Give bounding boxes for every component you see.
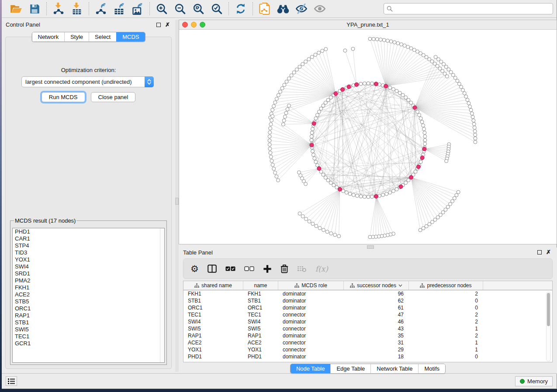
refresh-layout-button[interactable]: [234, 2, 247, 15]
network-leaf-node[interactable]: [469, 108, 473, 112]
network-node[interactable]: [388, 86, 392, 89]
mcds-hub-node[interactable]: [409, 175, 413, 179]
network-node[interactable]: [423, 138, 427, 142]
deselect-all-rows-button[interactable]: [244, 263, 254, 275]
network-node[interactable]: [345, 191, 348, 194]
network-node[interactable]: [310, 131, 314, 134]
network-node[interactable]: [313, 157, 316, 160]
network-node[interactable]: [332, 183, 336, 187]
network-node[interactable]: [319, 107, 323, 110]
mcds-hub-node[interactable]: [310, 143, 314, 147]
network-node[interactable]: [359, 195, 363, 198]
export-image-button[interactable]: [131, 2, 144, 15]
list-scrollbar-track[interactable]: [160, 228, 164, 362]
network-node[interactable]: [404, 96, 408, 99]
column-visibility-button[interactable]: [208, 263, 217, 275]
zoom-selected-button[interactable]: [210, 2, 223, 15]
network-leaf-node[interactable]: [406, 45, 410, 48]
tab-select[interactable]: Select: [89, 32, 116, 41]
mcds-result-item[interactable]: STP4: [13, 242, 164, 249]
network-leaf-node[interactable]: [297, 171, 301, 174]
network-leaf-node[interactable]: [281, 123, 285, 126]
zoom-fit-button[interactable]: [192, 2, 205, 15]
network-leaf-node[interactable]: [286, 107, 289, 111]
network-leaf-node[interactable]: [393, 41, 396, 44]
open-file-button[interactable]: [10, 2, 23, 15]
network-leaf-node[interactable]: [301, 62, 304, 66]
network-node[interactable]: [310, 138, 313, 142]
float-panel-icon[interactable]: [156, 23, 161, 27]
network-leaf-node[interactable]: [343, 49, 347, 52]
criterion-dropdown[interactable]: largest connected component (undirected): [21, 76, 154, 87]
tab-mcds[interactable]: MCDS: [116, 32, 145, 41]
network-leaf-node[interactable]: [445, 159, 448, 163]
mcds-hub-node[interactable]: [420, 156, 424, 160]
mcds-result-item[interactable]: GCR1: [13, 340, 164, 347]
table-row[interactable]: PHD1PHD1dominator180: [183, 353, 552, 360]
network-node[interactable]: [395, 89, 398, 93]
mcds-hub-node[interactable]: [422, 147, 426, 151]
network-leaf-node[interactable]: [422, 227, 425, 230]
network-leaf-node[interactable]: [400, 43, 403, 46]
network-leaf-node[interactable]: [275, 175, 278, 178]
network-node[interactable]: [388, 191, 392, 194]
network-node[interactable]: [359, 82, 363, 86]
network-node[interactable]: [381, 193, 385, 197]
network-leaf-node[interactable]: [470, 112, 474, 115]
export-table-button[interactable]: [113, 2, 126, 15]
mcds-result-item[interactable]: ACE2: [13, 291, 164, 298]
mcds-result-item[interactable]: ORC1: [13, 305, 164, 312]
network-leaf-node[interactable]: [382, 38, 386, 42]
network-leaf-node[interactable]: [304, 217, 308, 221]
mcds-hub-node[interactable]: [338, 187, 342, 191]
network-leaf-node[interactable]: [285, 80, 288, 83]
network-node[interactable]: [311, 149, 314, 153]
mcds-result-item[interactable]: SWI5: [13, 326, 164, 333]
network-leaf-node[interactable]: [466, 98, 469, 102]
network-leaf-node[interactable]: [425, 224, 428, 228]
delete-column-button[interactable]: [280, 263, 288, 275]
network-node[interactable]: [363, 82, 366, 85]
table-row[interactable]: ORC1ORC1dominator610: [183, 304, 552, 311]
network-node[interactable]: [310, 134, 313, 138]
network-leaf-node[interactable]: [271, 163, 274, 167]
network-node[interactable]: [317, 110, 321, 113]
mcds-hub-node[interactable]: [374, 194, 378, 198]
network-node[interactable]: [385, 192, 388, 196]
network-node[interactable]: [322, 104, 325, 107]
network-node[interactable]: [391, 189, 395, 193]
network-leaf-node[interactable]: [270, 159, 273, 162]
network-leaf-node[interactable]: [269, 151, 272, 155]
table-settings-button[interactable]: ⚙: [190, 263, 199, 275]
network-leaf-node[interactable]: [460, 85, 463, 89]
network-node[interactable]: [329, 181, 332, 185]
table-row[interactable]: RAP1RAP1dominator352: [183, 332, 552, 339]
network-node[interactable]: [391, 87, 395, 91]
mcds-result-item[interactable]: FKH1: [13, 284, 164, 291]
mcds-hub-node[interactable]: [347, 85, 351, 89]
mcds-result-item[interactable]: TEC1: [13, 333, 164, 340]
vertical-splitter[interactable]: [175, 20, 179, 372]
network-leaf-node[interactable]: [467, 101, 471, 105]
float-table-panel-icon[interactable]: [537, 250, 542, 254]
network-leaf-node[interactable]: [375, 38, 379, 41]
table-row[interactable]: SWI4SWI4dominator462: [183, 318, 552, 325]
network-leaf-node[interactable]: [315, 224, 318, 228]
network-leaf-node[interactable]: [386, 39, 389, 42]
network-leaf-node[interactable]: [307, 58, 311, 61]
network-leaf-node[interactable]: [337, 234, 341, 238]
network-node[interactable]: [315, 113, 319, 117]
network-leaf-node[interactable]: [474, 133, 477, 137]
table-tab-motifs[interactable]: Motifs: [418, 364, 445, 373]
network-leaf-node[interactable]: [287, 104, 291, 107]
column-header-successor-nodes[interactable]: successor nodes: [344, 281, 409, 290]
mcds-hub-node[interactable]: [399, 185, 403, 189]
vertical-splitter-grip[interactable]: [175, 198, 179, 205]
network-node[interactable]: [370, 195, 374, 199]
mcds-hub-node[interactable]: [317, 167, 321, 171]
mcds-result-item[interactable]: STB5: [13, 298, 164, 305]
network-leaf-node[interactable]: [290, 74, 293, 77]
table-row[interactable]: TEC1TEC1connector472: [183, 311, 552, 318]
mcds-hub-node[interactable]: [312, 121, 316, 125]
network-node[interactable]: [356, 194, 359, 198]
